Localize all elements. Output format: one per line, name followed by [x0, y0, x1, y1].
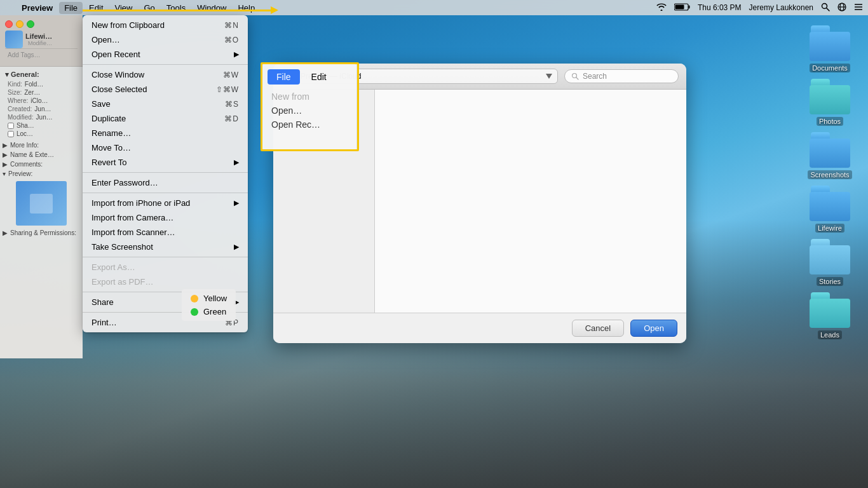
- menu-import-camera[interactable]: Import from Camera…: [83, 210, 248, 225]
- svg-line-4: [827, 8, 830, 11]
- globe-icon[interactable]: [837, 3, 846, 13]
- menubar-go[interactable]: Go: [139, 2, 159, 14]
- wifi-icon[interactable]: [656, 3, 667, 13]
- sidebar-name-ext[interactable]: ▶ Name & Exte…: [0, 150, 83, 159]
- sidebar-add-tags[interactable]: Add Tags…: [5, 48, 78, 61]
- desktop-icon-label-photos: Photos: [817, 117, 843, 126]
- menu-save[interactable]: Save ⌘S: [83, 97, 248, 111]
- color-yellow[interactable]: Yellow: [187, 292, 231, 305]
- svg-rect-11: [30, 194, 53, 214]
- svg-line-15: [576, 78, 579, 80]
- menubar: Preview File Edit View Go Tools Window H…: [0, 0, 868, 15]
- menu-close-window[interactable]: Close Window ⌘W: [83, 67, 248, 82]
- datetime[interactable]: Thu 6:03 PM: [698, 3, 742, 12]
- sidebar-app-name: Lifewi…: [25, 32, 52, 40]
- separator-2: [83, 172, 248, 173]
- color-options-panel: Yellow Green: [182, 289, 236, 321]
- menu-import-iphone[interactable]: Import from iPhone or iPad ▶: [83, 196, 248, 210]
- submenu-arrow-import: ▶: [234, 199, 239, 207]
- desktop-icon-lifewire[interactable]: Lifewire: [804, 186, 855, 233]
- shortcut-duplicate: ⌘D: [224, 114, 239, 123]
- dialog-cancel-button[interactable]: Cancel: [572, 320, 624, 337]
- mini-open[interactable]: Open…: [268, 104, 351, 118]
- submenu-arrow-revert: ▶: [234, 158, 239, 166]
- sidebar-preview-section[interactable]: ▾ Preview:: [0, 169, 83, 179]
- menu-duplicate[interactable]: Duplicate ⌘D: [83, 111, 248, 126]
- shortcut-save: ⌘S: [225, 100, 239, 109]
- menubar-help[interactable]: Help: [233, 2, 260, 14]
- menubar-view[interactable]: View: [110, 2, 138, 14]
- desktop-icon-label-lifewire: Lifewire: [815, 224, 844, 233]
- menubar-file[interactable]: File: [59, 2, 83, 14]
- desktop-icon-label-stories: Stories: [817, 277, 843, 286]
- shortcut-close-window: ⌘W: [223, 71, 239, 79]
- yellow-dot: [191, 295, 198, 302]
- mini-file-edit-toolbar: File Edit New from Open… Open Rec…: [262, 64, 357, 151]
- menubar-window[interactable]: Window: [192, 2, 231, 14]
- menu-close-selected[interactable]: Close Selected ⇧⌘W: [83, 82, 248, 97]
- desktop-icons: Documents Photos Screenshots Lifewire St…: [804, 25, 855, 339]
- shortcut-open: ⌘O: [224, 36, 239, 44]
- separator-1: [83, 64, 248, 65]
- mini-edit-tab[interactable]: Edit: [302, 69, 336, 85]
- menubar-tools[interactable]: Tools: [161, 2, 191, 14]
- menu-open-recent[interactable]: Open Recent ▶: [83, 47, 248, 62]
- green-label: Green: [203, 307, 226, 316]
- menu-export-pdf: Export as PDF…: [83, 274, 248, 289]
- sidebar-checkbox-locked[interactable]: Loc…: [3, 130, 80, 138]
- svg-rect-2: [675, 4, 684, 9]
- battery-icon[interactable]: [674, 3, 690, 13]
- mini-file-tab[interactable]: File: [268, 69, 300, 85]
- menu-take-screenshot[interactable]: Take Screenshot ▶: [83, 240, 248, 254]
- desktop-icon-label-screenshots: Screenshots: [808, 170, 851, 179]
- desktop-icon-photos[interactable]: Photos: [804, 79, 855, 126]
- menu-move-to[interactable]: Move To…: [83, 140, 248, 155]
- submenu-arrow-open-recent: ▶: [234, 50, 239, 58]
- preview-sidebar: Lifewi… Modifie… Add Tags… ▾ General: Ki…: [0, 15, 83, 358]
- menu-open[interactable]: Open… ⌘O: [83, 32, 248, 47]
- desktop-icon-leads[interactable]: Leads: [804, 292, 855, 339]
- sidebar-more-info[interactable]: ▶ More Info:: [0, 140, 83, 150]
- mini-new-from: New from: [268, 90, 351, 104]
- sidebar-comments[interactable]: ▶ Comments:: [0, 159, 83, 169]
- dialog-open-button[interactable]: Open: [630, 320, 677, 337]
- shortcut-new: ⌘N: [224, 21, 239, 30]
- preview-thumbnail: [16, 181, 67, 226]
- submenu-arrow-screenshot: ▶: [234, 243, 239, 251]
- menu-enter-password[interactable]: Enter Password…: [83, 175, 248, 190]
- fullscreen-window-button[interactable]: [27, 20, 34, 28]
- menu-import-scanner[interactable]: Import from Scanner…: [83, 225, 248, 240]
- list-icon[interactable]: [854, 3, 863, 13]
- shortcut-close-selected: ⇧⌘W: [216, 85, 239, 94]
- color-green[interactable]: Green: [187, 305, 231, 318]
- desktop-icon-label-leads: Leads: [818, 330, 842, 339]
- separator-4: [83, 257, 248, 257]
- dialog-search-placeholder: Search: [583, 72, 607, 81]
- close-window-button[interactable]: [5, 20, 13, 28]
- username[interactable]: Jeremy Laukkonen: [749, 3, 813, 12]
- mini-open-recent[interactable]: Open Rec…: [268, 118, 351, 132]
- menu-revert-to[interactable]: Revert To ▶: [83, 155, 248, 170]
- menu-new-from-clipboard[interactable]: New from Clipboard ⌘N: [83, 18, 248, 32]
- dialog-main: [375, 90, 686, 313]
- sidebar-checkbox-shared[interactable]: Sha…: [3, 121, 80, 130]
- file-menu: New from Clipboard ⌘N Open… ⌘O Open Rece…: [83, 15, 248, 332]
- svg-rect-1: [688, 5, 689, 8]
- yellow-label: Yellow: [203, 294, 227, 303]
- desktop-icon-label-documents: Documents: [810, 64, 850, 72]
- minimize-window-button[interactable]: [16, 20, 24, 28]
- green-dot: [191, 308, 198, 316]
- desktop-icon-stories[interactable]: Stories: [804, 239, 855, 286]
- sidebar-general-section[interactable]: ▾ General:: [3, 69, 80, 80]
- menubar-edit[interactable]: Edit: [84, 2, 108, 14]
- search-icon[interactable]: [821, 3, 830, 13]
- desktop-icon-documents[interactable]: Documents: [804, 25, 855, 72]
- dialog-footer: Cancel Open: [273, 313, 686, 343]
- menubar-preview[interactable]: Preview: [17, 2, 58, 14]
- traffic-lights: [5, 20, 34, 28]
- menu-rename[interactable]: Rename…: [83, 126, 248, 140]
- separator-3: [83, 193, 248, 193]
- dialog-search-box[interactable]: Search: [564, 69, 679, 83]
- sidebar-sharing[interactable]: ▶ Sharing & Permissions:: [0, 228, 83, 238]
- desktop-icon-screenshots[interactable]: Screenshots: [804, 132, 855, 179]
